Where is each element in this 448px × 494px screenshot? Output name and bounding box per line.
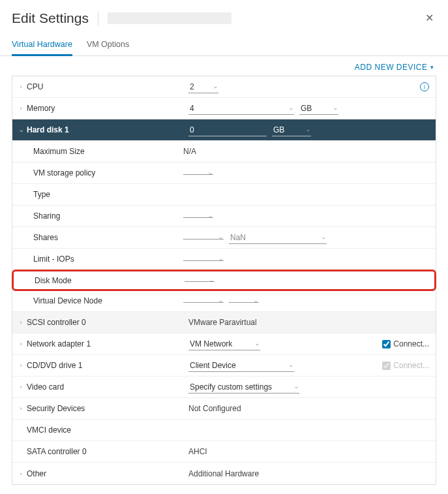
type-label: Type — [32, 190, 183, 199]
row-storage-policy: VM storage policy ⌵ — [12, 162, 436, 184]
memory-unit-select[interactable]: GB⌵ — [299, 102, 338, 115]
expand-icon[interactable]: › — [16, 105, 25, 112]
disk-mode-label: Disk Mode — [33, 276, 185, 285]
limit-iops-select[interactable]: ⌵ — [183, 258, 224, 261]
other-value: Additional Hardware — [188, 469, 259, 478]
storage-policy-select[interactable]: ⌵ — [183, 172, 213, 175]
row-scsi-controller-0: › SCSI controller 0 VMware Paravirtual — [12, 312, 436, 333]
storage-policy-label: VM storage policy — [32, 168, 183, 178]
chevron-down-icon: ⌵ — [322, 234, 325, 240]
expand-icon[interactable]: › — [16, 84, 25, 90]
chevron-down-icon: ⌵ — [209, 213, 212, 219]
tab-bar: Virtual Hardware VM Options — [0, 35, 448, 56]
tab-vm-options[interactable]: VM Options — [87, 35, 129, 55]
row-other: › Other Additional Hardware — [12, 463, 436, 484]
header-divider — [98, 11, 98, 25]
hardware-panel: › CPU 2⌵ i › Memory 4⌵ GB⌵ ⌵ Hard disk 1… — [12, 76, 436, 485]
shares-label: Shares — [32, 233, 183, 242]
chevron-down-icon: ▾ — [430, 64, 434, 70]
chevron-down-icon: ⌵ — [219, 256, 222, 262]
row-security-devices: › Security Devices Not Configured — [12, 398, 436, 420]
chevron-down-icon: ⌵ — [210, 277, 213, 283]
video-settings-select[interactable]: Specify custom settings⌵ — [188, 381, 299, 394]
vdn-unit-select[interactable]: ⌵ — [229, 300, 259, 303]
cd1-label: CD/DVD drive 1 — [25, 361, 188, 370]
video-label: Video card — [25, 382, 188, 392]
hd1-size-input[interactable]: 0 — [188, 124, 267, 136]
sata0-label: SATA controller 0 — [25, 447, 188, 456]
cd1-connect-checkbox: Connect... — [382, 361, 429, 370]
memory-value-select[interactable]: 4⌵ — [188, 102, 294, 115]
row-limit-iops: Limit - IOPs ⌵ — [12, 249, 436, 270]
vmci-label: VMCI device — [25, 425, 188, 435]
cd-device-select[interactable]: Client Device⌵ — [188, 360, 294, 372]
expand-icon[interactable]: › — [16, 405, 25, 412]
edit-settings-dialog: Edit Settings ✕ Virtual Hardware VM Opti… — [0, 0, 448, 494]
row-vmci-device: VMCI device — [12, 420, 436, 441]
row-cpu: › CPU 2⌵ i — [12, 76, 436, 98]
row-cd-dvd-drive-1: › CD/DVD drive 1 Client Device⌵ Connect.… — [12, 355, 436, 377]
chevron-down-icon: ⌵ — [219, 234, 222, 240]
chevron-down-icon: ⌵ — [209, 170, 212, 176]
row-sata-controller-0: SATA controller 0 AHCI — [12, 441, 436, 463]
chevron-down-icon: ⌵ — [295, 384, 298, 390]
row-disk-mode: Disk Mode ⌵ — [12, 270, 436, 291]
scsi0-value: VMware Paravirtual — [188, 318, 257, 327]
chevron-down-icon: ⌵ — [256, 341, 259, 347]
chevron-down-icon: ⌵ — [214, 84, 217, 89]
shares-level-select[interactable]: ⌵ — [183, 236, 224, 239]
toolbar: ADD NEW DEVICE ▾ — [0, 56, 448, 76]
cpu-select[interactable]: 2⌵ — [188, 81, 218, 93]
net1-label: Network adapter 1 — [25, 339, 188, 348]
chevron-down-icon: ⌵ — [290, 105, 293, 111]
scsi0-label: SCSI controller 0 — [25, 318, 188, 327]
chevron-down-icon: ⌵ — [334, 105, 337, 111]
row-shares: Shares ⌵ NaN⌵ — [12, 227, 436, 249]
chevron-down-icon: ⌵ — [306, 127, 310, 132]
chevron-down-icon: ⌵ — [254, 298, 258, 303]
info-icon[interactable]: i — [420, 82, 429, 91]
row-sharing: Sharing ⌵ — [12, 206, 436, 227]
maxsize-value: N/A — [183, 147, 196, 156]
net1-connect-checkbox[interactable]: Connect... — [382, 339, 429, 348]
sharing-select[interactable]: ⌵ — [183, 215, 213, 218]
vdn-label: Virtual Device Node — [32, 296, 183, 305]
sata0-value: AHCI — [188, 447, 207, 456]
row-memory: › Memory 4⌵ GB⌵ — [12, 98, 436, 119]
expand-icon[interactable]: › — [16, 362, 25, 369]
vm-name-redacted — [108, 12, 231, 24]
expand-icon[interactable]: › — [16, 384, 25, 390]
disk-mode-select[interactable]: ⌵ — [185, 279, 215, 282]
checkbox-icon[interactable] — [382, 340, 391, 348]
add-device-label: ADD NEW DEVICE — [355, 63, 428, 72]
row-hard-disk-1: ⌵ Hard disk 1 0 GB⌵ — [12, 119, 436, 141]
row-maximum-size: Maximum Size N/A — [12, 141, 436, 162]
row-virtual-device-node: Virtual Device Node ⌵ ⌵ — [12, 290, 436, 312]
chevron-down-icon: ⌵ — [290, 362, 293, 368]
expand-icon[interactable]: › — [16, 471, 25, 477]
security-value: Not Configured — [188, 404, 241, 413]
tab-virtual-hardware[interactable]: Virtual Hardware — [12, 35, 72, 56]
maxsize-label: Maximum Size — [32, 147, 183, 156]
expand-icon[interactable]: › — [16, 319, 25, 326]
dialog-header: Edit Settings ✕ — [0, 0, 448, 32]
collapse-icon[interactable]: ⌵ — [16, 127, 25, 133]
checkbox-icon — [382, 362, 391, 370]
dialog-title: Edit Settings — [12, 10, 89, 26]
shares-value-select[interactable]: NaN⌵ — [229, 232, 327, 244]
add-new-device-button[interactable]: ADD NEW DEVICE ▾ — [355, 63, 434, 72]
cpu-label: CPU — [25, 82, 188, 91]
memory-label: Memory — [25, 104, 188, 113]
limit-iops-label: Limit - IOPs — [32, 255, 183, 264]
vdn-controller-select[interactable]: ⌵ — [183, 300, 224, 303]
expand-icon[interactable]: › — [16, 341, 25, 347]
chevron-down-icon: ⌵ — [219, 298, 222, 303]
hd1-unit-select[interactable]: GB⌵ — [272, 124, 311, 136]
hd1-label: Hard disk 1 — [25, 125, 188, 134]
other-label: Other — [25, 469, 188, 478]
row-video-card: › Video card Specify custom settings⌵ — [12, 377, 436, 398]
network-select[interactable]: VM Network⌵ — [188, 338, 260, 350]
close-icon[interactable]: ✕ — [423, 9, 436, 27]
security-label: Security Devices — [25, 404, 188, 413]
sharing-label: Sharing — [32, 211, 183, 221]
